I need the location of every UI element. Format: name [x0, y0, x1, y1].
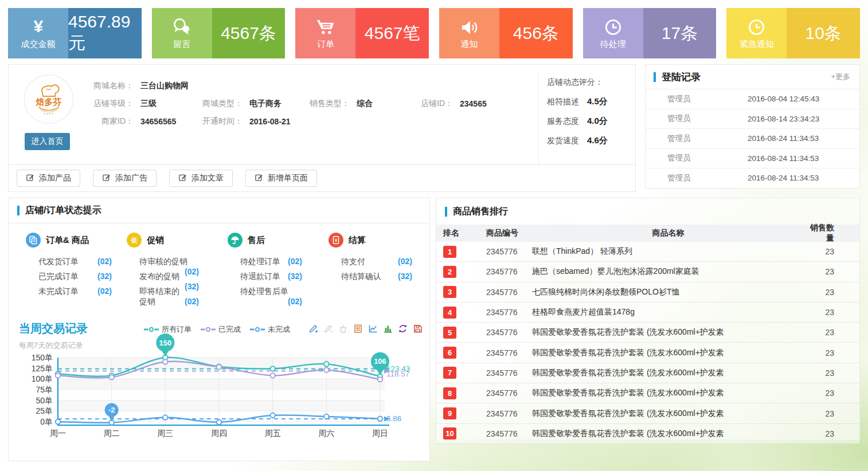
status-link[interactable]: 待退款订单(32) — [240, 272, 302, 286]
status-sections: 订单& 商品 代发货订单(02) 已完成订单(32) 未完成订单(02) 促 — [9, 223, 429, 320]
logo-text: 焙多芬 — [36, 97, 62, 107]
card-value: 4567.89元 — [68, 12, 142, 55]
status-link[interactable]: 待审核的促销(02) — [139, 257, 199, 272]
product-name: 韩国爱敬挚爱香氛花香洗护套装 (洗发水600ml+护发素 — [532, 388, 804, 398]
title-accent-bar — [17, 206, 19, 215]
status-link[interactable]: 待处理订单(02) — [240, 257, 302, 272]
login-time: 2016-08-24 11:34:53 — [748, 134, 819, 143]
data-view-icon[interactable] — [353, 324, 363, 333]
ranking-row: 32345776七匹狼纯棉时尚休闲条纹翻领POLO衫T恤23 — [436, 282, 859, 303]
bar-chart-icon[interactable] — [383, 324, 393, 333]
card-label: 留言 — [173, 39, 190, 50]
edit-add-icon[interactable] — [308, 324, 318, 333]
product-code: 2345776 — [486, 247, 532, 256]
shop-actions-bar: 添加产品 添加广告 添加文章 新增单页面 — [9, 164, 635, 191]
legend-item-uncompleted[interactable]: 未完成 — [250, 324, 290, 335]
clear-icon[interactable] — [338, 324, 348, 333]
header-rank: 排名 — [436, 228, 486, 238]
login-user: 管理员 — [667, 134, 748, 144]
rank-badge: 6 — [443, 347, 456, 359]
section-orders: 订单& 商品 代发货订单(02) 已完成订单(32) 未完成订单(02) — [26, 233, 127, 320]
chat-icon — [171, 17, 192, 36]
product-name: 桂格即食燕麦片超值装1478g — [532, 307, 804, 317]
restore-icon[interactable] — [398, 324, 408, 333]
card-value: 10条 — [806, 22, 842, 45]
status-link[interactable]: 待结算确认(32) — [341, 272, 412, 286]
status-link[interactable]: 代发货订单(02) — [38, 257, 112, 272]
svg-text:周日: 周日 — [372, 429, 388, 438]
title-accent-bar — [445, 207, 447, 217]
sales-qty: 23 — [804, 368, 859, 378]
stat-card-messages[interactable]: 留言 4567条 — [152, 8, 286, 58]
card-label: 订单 — [317, 39, 334, 50]
rating-label: 服务态度 — [547, 116, 579, 125]
enter-home-button[interactable]: 进入首页 — [25, 133, 70, 150]
card-value: 4567条 — [221, 22, 276, 45]
aftersale-umbrella-icon — [228, 233, 243, 248]
add-article-button[interactable]: 添加文章 — [169, 170, 233, 187]
svg-text:促: 促 — [131, 237, 138, 244]
edit-icon — [255, 173, 263, 183]
edit-icon — [26, 173, 34, 183]
sales-qty: 23 — [804, 328, 859, 337]
ranking-row: 62345776韩国爱敬挚爱香氛花香洗护套装 (洗发水600ml+护发素23 — [436, 343, 859, 363]
shop-level-value: 三级 — [140, 99, 157, 109]
svg-text:75单: 75单 — [36, 385, 53, 394]
stat-card-notifications[interactable]: 通知 456条 — [439, 8, 573, 58]
promotion-icon: 促 — [127, 233, 142, 248]
login-user: 管理员 — [667, 173, 748, 183]
rank-badge: 10 — [443, 427, 456, 439]
rating-value: 4.0分 — [587, 116, 608, 125]
status-link[interactable]: 未完成订单(02) — [38, 286, 112, 301]
ranking-row: 92345776韩国爱敬挚爱香氛花香洗护套装 (洗发水600ml+护发素23 — [436, 403, 859, 423]
svg-text:周四: 周四 — [211, 429, 227, 438]
ranking-row: 42345776桂格即食燕麦片超值装1478g23 — [436, 303, 859, 323]
stat-card-pending[interactable]: 待处理 17条 — [583, 8, 717, 58]
svg-text:¥: ¥ — [335, 238, 338, 243]
ranking-row: 82345776韩国爱敬挚爱香氛花香洗护套装 (洗发水600ml+护发素23 — [436, 383, 859, 403]
svg-text:150: 150 — [159, 339, 171, 347]
add-ad-button[interactable]: 添加广告 — [93, 170, 157, 187]
rating-title: 店铺动态评分： — [547, 77, 638, 88]
status-link[interactable]: 待处理售后单(02) — [240, 286, 302, 301]
legend-item-completed[interactable]: 已完成 — [201, 324, 241, 335]
edit-remove-icon[interactable] — [323, 324, 333, 333]
ranking-row: 72345776韩国爱敬挚爱香氛花香洗护套装 (洗发水600ml+护发素23 — [436, 363, 859, 383]
chart-title: 当周交易记录 — [19, 321, 144, 336]
add-single-page-button[interactable]: 新增单页面 — [245, 170, 317, 187]
rating-label: 相符描述 — [547, 97, 579, 106]
rank-badge: 2 — [443, 266, 456, 278]
header-code: 商品编号 — [486, 228, 532, 238]
svg-text:周五: 周五 — [265, 429, 281, 438]
login-record-row: 管理员2016-08-24 11:34:53 — [646, 129, 859, 149]
rank-badge: 8 — [443, 387, 456, 399]
field-label: 商家ID： — [89, 116, 134, 127]
status-link[interactable]: 待支付(02) — [341, 257, 412, 272]
product-code: 2345776 — [486, 348, 532, 358]
svg-text:106: 106 — [374, 357, 386, 366]
orders-icon — [26, 233, 41, 248]
svg-text:25单: 25单 — [36, 406, 53, 415]
settlement-icon: ¥ — [329, 233, 343, 248]
login-time: 2016-08-04 12:45:43 — [748, 95, 819, 103]
login-record-row: 管理员2016-08-14 23:34:23 — [646, 109, 859, 129]
shop-logo: 焙多芬 — [24, 74, 74, 124]
login-panel-title: 登陆记录 — [662, 70, 701, 84]
section-settlement: ¥ 结算 待支付(02) 待结算确认(32) — [329, 233, 429, 320]
field-label: 商城类型： — [198, 99, 243, 109]
rank-badge: 1 — [443, 246, 456, 258]
save-image-icon[interactable] — [413, 324, 423, 333]
line-chart-icon[interactable] — [368, 324, 378, 333]
sales-qty: 23 — [804, 388, 859, 398]
add-product-button[interactable]: 添加产品 — [17, 170, 80, 187]
stat-card-urgent[interactable]: 紧急通知 10条 — [726, 8, 860, 58]
stat-card-revenue[interactable]: ¥ 成交金额 4567.89元 — [8, 8, 142, 58]
more-link[interactable]: +更多 — [831, 72, 850, 82]
ranking-row: 22345776施巴（sebamed）婴儿泡泡沐浴露200ml家庭装23 — [436, 262, 859, 282]
card-label: 紧急通知 — [740, 39, 774, 50]
stat-card-orders[interactable]: 订单 4567笔 — [295, 8, 429, 58]
section-title: 订单& 商品 — [46, 235, 89, 246]
legend-item-all-orders[interactable]: 所有订单 — [144, 324, 191, 335]
status-link[interactable]: 已完成订单(32) — [38, 272, 112, 286]
product-code: 2345776 — [486, 368, 532, 378]
